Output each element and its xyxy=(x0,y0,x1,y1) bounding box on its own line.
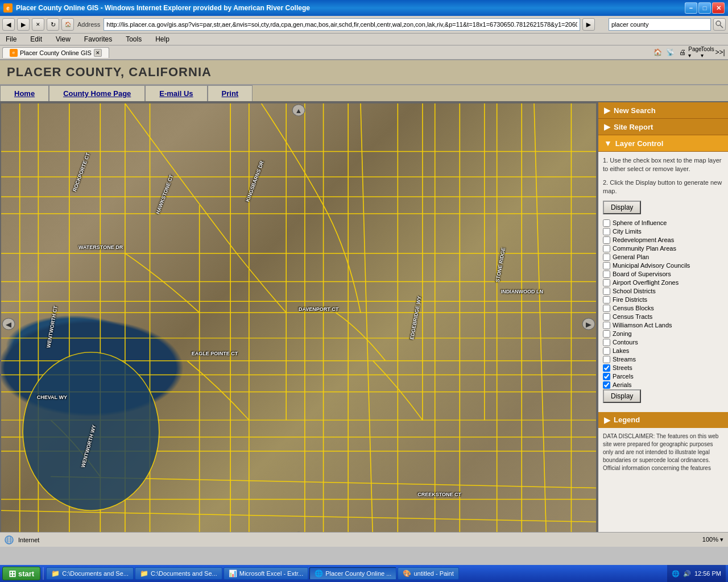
taskbar-item-3[interactable]: 🌐 Placer County Online ... xyxy=(309,567,396,580)
expand-icon[interactable]: >>| xyxy=(714,47,726,58)
svg-point-0 xyxy=(716,21,721,26)
layer-label-rda[interactable]: Redevelopment Areas xyxy=(613,236,674,243)
layer-label-par[interactable]: Parcels xyxy=(613,373,634,380)
display-button-bottom[interactable]: Display xyxy=(603,389,641,403)
search-button[interactable] xyxy=(713,18,726,31)
layer-label-mac[interactable]: Municipal Advisory Councils xyxy=(613,262,690,269)
svg-text:▲: ▲ xyxy=(295,107,303,114)
nav-tab-county-home[interactable]: County Home Page xyxy=(49,85,145,101)
right-panel: ▶ New Search ▶ Site Report ▼ Layer Contr… xyxy=(597,102,728,532)
layer-label-cpa[interactable]: Community Plan Areas xyxy=(613,245,676,252)
home-page-icon[interactable]: 🏠 xyxy=(652,47,663,58)
layer-checkbox-str[interactable] xyxy=(603,364,610,372)
menu-file[interactable]: File xyxy=(3,35,19,44)
layer-label-zon[interactable]: Zoning xyxy=(613,330,632,337)
layer-checkbox-zon[interactable] xyxy=(603,330,610,338)
nav-tab-email[interactable]: E-mail Us xyxy=(145,85,207,101)
layer-checkbox-lak[interactable] xyxy=(603,347,610,355)
tools-menu[interactable]: Tools ▾ xyxy=(702,47,713,58)
layer-checkbox-aer[interactable] xyxy=(603,381,610,389)
svg-line-15 xyxy=(534,103,547,532)
restore-button[interactable]: □ xyxy=(698,2,711,14)
address-input[interactable] xyxy=(104,18,580,31)
layer-label-riv[interactable]: Streams xyxy=(613,356,636,363)
folder-icon-0: 📁 xyxy=(51,569,60,577)
tab-close-button[interactable]: ✕ xyxy=(94,49,102,57)
taskbar-item-0[interactable]: 📁 C:\Documents and Se... xyxy=(46,567,134,580)
layer-checkbox-riv[interactable] xyxy=(603,356,610,363)
layer-checkbox-cty[interactable] xyxy=(603,228,610,235)
layer-checkbox-par[interactable] xyxy=(603,373,610,380)
layer-label-str[interactable]: Streets xyxy=(613,364,632,371)
layer-label-soi[interactable]: Sphere of Influence xyxy=(613,219,667,226)
layer-item-aer: Aerials xyxy=(603,381,723,389)
legend-arrow: ▶ xyxy=(604,415,610,425)
start-button[interactable]: ⊞ start xyxy=(2,567,40,580)
new-search-button[interactable]: ▶ New Search xyxy=(598,102,728,119)
layer-label-bos[interactable]: Board of Supervisors xyxy=(613,271,671,277)
layer-checkbox-schd[interactable] xyxy=(603,288,610,295)
layer-label-con[interactable]: Contours xyxy=(613,339,638,346)
nav-tab-print[interactable]: Print xyxy=(208,85,253,101)
disclaimer-text: DATA DISCLAIMER: The features on this we… xyxy=(598,428,728,477)
browser-chrome: ◀ ▶ ✕ ↻ 🏠 Address ► xyxy=(0,16,728,34)
legend-button[interactable]: ▶ Legend xyxy=(598,412,728,428)
menu-tools[interactable]: Tools xyxy=(123,35,144,44)
folder-icon-1: 📁 xyxy=(140,569,148,577)
menu-help[interactable]: Help xyxy=(153,35,172,44)
window-controls[interactable]: − □ ✕ xyxy=(685,2,725,14)
nav-tab-home[interactable]: Home xyxy=(0,85,49,101)
layer-checkbox-centr[interactable] xyxy=(603,313,610,321)
display-button-top[interactable]: Display xyxy=(603,201,641,214)
layer-checkbox-cpa[interactable] xyxy=(603,245,610,252)
layer-checkbox-con[interactable] xyxy=(603,339,610,346)
close-button[interactable]: ✕ xyxy=(712,2,725,14)
layer-checkbox-soi[interactable] xyxy=(603,219,610,227)
refresh-button[interactable]: ↻ xyxy=(47,18,59,31)
layer-control-button[interactable]: ▼ Layer Control xyxy=(598,135,728,152)
minimize-button[interactable]: − xyxy=(685,2,697,14)
taskbar-item-4[interactable]: 🎨 untitled - Paint xyxy=(398,567,458,580)
site-report-button[interactable]: ▶ Site Report xyxy=(598,119,728,135)
new-search-label: New Search xyxy=(614,106,656,115)
menu-view[interactable]: View xyxy=(53,35,73,44)
layer-label-centr[interactable]: Census Tracts xyxy=(613,313,652,320)
layer-label-cty[interactable]: City Limits xyxy=(613,228,642,235)
layer-checkbox-air[interactable] xyxy=(603,279,610,286)
layer-label-fir[interactable]: Fire Districts xyxy=(613,296,647,303)
layer-checkbox-cenbl[interactable] xyxy=(603,305,610,312)
layer-checkbox-wal[interactable] xyxy=(603,322,610,329)
layer-label-schd[interactable]: School Districts xyxy=(613,288,656,294)
layer-item-zon: Zoning xyxy=(603,330,723,338)
stop-button[interactable]: ✕ xyxy=(32,18,44,31)
layer-checkbox-bos[interactable] xyxy=(603,271,610,278)
taskbar-item-2[interactable]: 📊 Microsoft Excel - Extr... xyxy=(224,567,308,580)
browser-tab[interactable]: e Placer County Online GIS ✕ xyxy=(2,47,109,58)
map-container[interactable]: ▲ ▼ ◀ ▶ ROCKPORTE CT HAWKSTONE CT WATERS… xyxy=(0,102,597,532)
go-button[interactable]: ► xyxy=(582,18,595,31)
layer-checkbox-gen[interactable] xyxy=(603,253,610,261)
back-button[interactable]: ◀ xyxy=(2,18,15,31)
layer-checkbox-mac[interactable] xyxy=(603,262,610,269)
menu-favorites[interactable]: Favorites xyxy=(82,35,114,44)
layer-control-label: Layer Control xyxy=(615,139,664,148)
layer-label-air[interactable]: Airport Overflight Zones xyxy=(613,279,679,286)
print-icon[interactable]: 🖨 xyxy=(677,47,688,58)
menu-edit[interactable]: Edit xyxy=(28,35,44,44)
layer-label-aer[interactable]: Aerials xyxy=(613,381,632,388)
layer-checkbox-fir[interactable] xyxy=(603,296,610,304)
search-input[interactable] xyxy=(609,18,711,31)
layer-label-cenbl[interactable]: Census Blocks xyxy=(613,305,654,311)
taskbar-item-1[interactable]: 📁 C:\Documents and Se... xyxy=(135,567,222,580)
layer-item-wal: Williamson Act Lands xyxy=(603,321,723,330)
layer-checkbox-rda[interactable] xyxy=(603,236,610,244)
feeds-icon[interactable]: 📡 xyxy=(664,47,676,58)
nav-tabs: Home County Home Page E-mail Us Print xyxy=(0,85,728,102)
forward-button[interactable]: ▶ xyxy=(17,18,30,31)
home-button[interactable]: 🏠 xyxy=(61,18,74,31)
main-layout: ▲ ▼ ◀ ▶ ROCKPORTE CT HAWKSTONE CT WATERS… xyxy=(0,102,728,532)
layer-label-gen[interactable]: General Plan xyxy=(613,253,649,260)
layer-label-lak[interactable]: Lakes xyxy=(613,347,629,354)
page-menu[interactable]: Page ▾ xyxy=(689,47,701,58)
layer-label-wal[interactable]: Williamson Act Lands xyxy=(613,322,672,329)
